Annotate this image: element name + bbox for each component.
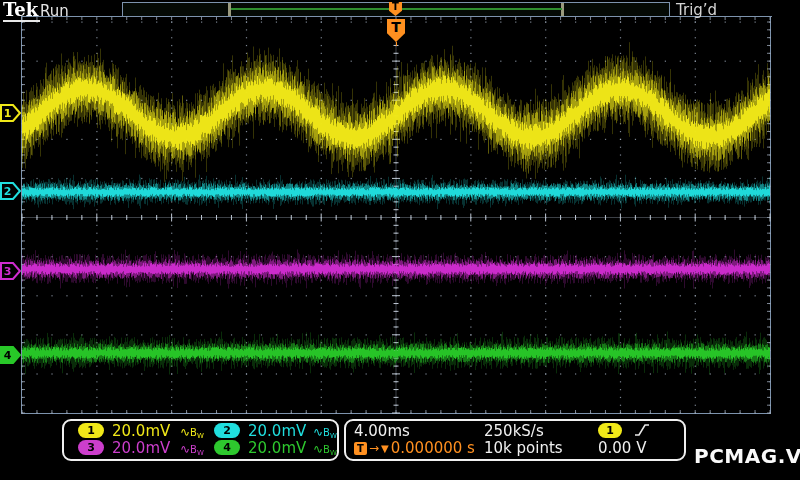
tek-logo: Tek	[3, 1, 40, 22]
trigger-t-icon: T	[354, 442, 367, 455]
trigger-status: Trig’d	[676, 1, 717, 19]
trigger-down-icon: ▼	[381, 443, 389, 454]
channel-4-position-marker[interactable]: 4	[0, 346, 22, 364]
trigger-arrow-icon: →	[369, 441, 379, 455]
oscilloscope-screen: Tek Run Trig’d T T 1 20.0mV ∿BW 2 20.0mV…	[0, 0, 800, 480]
channel-3-coupling-bw-icon: ∿BW	[180, 439, 204, 457]
watermark: PCMAG.VN	[694, 444, 800, 468]
trigger-position-stem	[396, 42, 397, 46]
channel-4-badge[interactable]: 4	[214, 440, 240, 455]
channel-1-scale: 20.0mV	[112, 422, 170, 440]
trigger-position-readout: T→▼0.000000 s	[354, 439, 475, 457]
channel-1-coupling-bw-icon: ∿BW	[180, 422, 204, 440]
channel-2-position-marker[interactable]: 2	[0, 182, 22, 200]
time-per-div: 4.00ms	[354, 422, 410, 440]
svg-text:2: 2	[4, 185, 12, 198]
channel-3-position-marker[interactable]: 3	[0, 262, 22, 280]
channel-2-badge[interactable]: 2	[214, 423, 240, 438]
channel-3-scale: 20.0mV	[112, 439, 170, 457]
sample-rate: 250kS/s	[484, 422, 544, 440]
channel-1-badge[interactable]: 1	[78, 423, 104, 438]
channel-2-scale: 20.0mV	[248, 422, 306, 440]
horizontal-trigger-readout-box[interactable]: 4.00ms 250kS/s 1 T→▼0.000000 s 10k point…	[344, 419, 686, 461]
channel-readout-box[interactable]: 1 20.0mV ∿BW 2 20.0mV ∿BW 3 20.0mV ∿BW 4…	[62, 419, 339, 461]
svg-text:1: 1	[4, 107, 12, 120]
waveform-graticule	[0, 0, 800, 480]
record-length: 10k points	[484, 439, 563, 457]
channel-4-scale: 20.0mV	[248, 439, 306, 457]
channel-1-position-marker[interactable]: 1	[0, 104, 22, 122]
trigger-slope-rising-icon	[634, 423, 650, 438]
channel-3-badge[interactable]: 3	[78, 440, 104, 455]
acquisition-status: Run	[40, 2, 69, 20]
channel-4-coupling-bw-icon: ∿BW	[313, 439, 337, 457]
svg-text:4: 4	[4, 349, 12, 362]
svg-text:3: 3	[4, 265, 12, 278]
channel-2-coupling-bw-icon: ∿BW	[313, 422, 337, 440]
trigger-source-badge[interactable]: 1	[598, 423, 622, 438]
trigger-level: 0.00 V	[598, 439, 646, 457]
